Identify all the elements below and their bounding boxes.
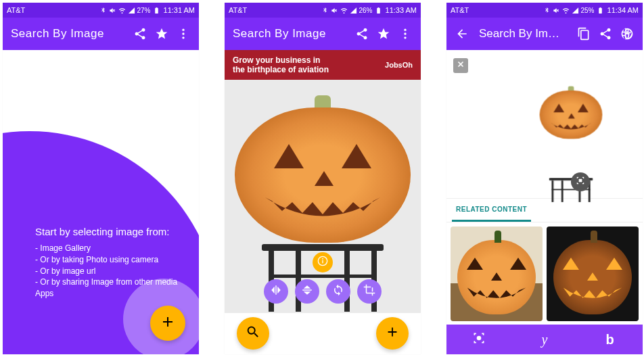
app-bar: Search By Image xyxy=(3,18,199,50)
lens-icon xyxy=(576,176,585,188)
battery-icon xyxy=(375,7,382,14)
clock-time: 11:34 AM xyxy=(607,6,639,14)
clock-time: 11:33 AM xyxy=(386,6,417,14)
visual-search-button[interactable] xyxy=(571,172,590,191)
search-icon xyxy=(246,325,260,342)
signal-icon xyxy=(572,7,579,14)
bluetooth-icon xyxy=(543,7,551,14)
app-bar: Search By Image xyxy=(225,18,421,50)
screen-1-empty-state: AT&T 27% 11:31 AM Search By Image Start … xyxy=(3,3,199,354)
info-button[interactable] xyxy=(313,252,333,272)
camera-icon xyxy=(472,331,486,348)
carrier-label: AT&T xyxy=(229,6,247,14)
flip-vertical-icon xyxy=(301,284,313,299)
svg-point-2 xyxy=(182,37,184,39)
share-icon[interactable] xyxy=(133,26,147,41)
add-image-fab[interactable] xyxy=(376,317,409,350)
screen-2-image-editor: AT&T 26% 11:33 AM Search By Image Grow y… xyxy=(225,3,421,354)
rotate-icon xyxy=(332,284,344,299)
svg-point-4 xyxy=(404,32,406,34)
battery-percent: 26% xyxy=(359,7,373,14)
close-icon xyxy=(456,60,465,72)
query-image-area xyxy=(446,50,643,199)
ad-line-1: Grow your business in xyxy=(233,55,329,65)
star-icon[interactable] xyxy=(154,26,169,41)
app-bar: Search By Im… xyxy=(446,18,643,50)
carrier-label: AT&T xyxy=(451,6,469,14)
search-fab[interactable] xyxy=(237,317,269,350)
bluetooth-icon xyxy=(321,7,329,14)
tab-google-lens[interactable] xyxy=(446,325,512,354)
copy-icon[interactable] xyxy=(576,26,591,41)
tab-related-content[interactable]: RELATED CONTENT xyxy=(452,199,531,222)
status-bar: AT&T 26% 11:33 AM xyxy=(225,3,421,18)
carrier-label: AT&T xyxy=(7,6,25,14)
globe-icon[interactable] xyxy=(620,26,635,41)
intro-item: - Or by image url xyxy=(35,266,185,277)
share-icon[interactable] xyxy=(598,26,613,41)
svg-point-8 xyxy=(322,258,323,260)
info-icon xyxy=(317,256,328,269)
signal-icon xyxy=(350,7,357,14)
battery-icon xyxy=(597,7,604,14)
status-bar: AT&T 25% 11:34 AM xyxy=(446,3,643,18)
ad-banner[interactable]: Grow your business in the birthplace of … xyxy=(225,50,421,80)
svg-point-0 xyxy=(182,29,184,31)
battery-percent: 27% xyxy=(137,7,151,14)
intro-heading: Start by selecting image from: xyxy=(35,226,185,237)
clock-time: 11:31 AM xyxy=(164,6,195,14)
signal-icon xyxy=(128,7,135,14)
app-title: Search By Image xyxy=(233,27,348,41)
result-item[interactable] xyxy=(547,227,639,321)
star-icon[interactable] xyxy=(376,26,391,41)
back-button[interactable] xyxy=(455,26,469,41)
flip-horizontal-button[interactable] xyxy=(264,279,288,304)
status-bar: AT&T 27% 11:31 AM xyxy=(3,3,199,18)
rotate-button[interactable] xyxy=(326,279,350,304)
image-preview xyxy=(225,80,421,313)
ad-line-2: the birthplace of aviation xyxy=(233,65,329,74)
edit-toolbar xyxy=(264,279,382,304)
crop-button[interactable] xyxy=(357,279,382,304)
svg-point-3 xyxy=(404,29,406,31)
add-image-fab[interactable] xyxy=(150,306,185,341)
flip-horizontal-icon xyxy=(270,284,282,299)
intro-item: - Or by taking Photo using camera xyxy=(35,254,185,266)
screen-3-search-results: AT&T 25% 11:34 AM Search By Im… xyxy=(446,3,643,354)
tab-bing[interactable]: b xyxy=(577,325,643,354)
app-title: Search By Im… xyxy=(479,27,570,41)
overflow-menu-icon[interactable] xyxy=(176,26,191,41)
result-item[interactable] xyxy=(451,227,543,321)
svg-rect-7 xyxy=(322,260,323,264)
wifi-icon xyxy=(340,7,348,14)
results-tabs: RELATED CONTENT xyxy=(446,199,643,222)
mute-icon xyxy=(331,7,338,14)
overflow-menu-icon[interactable] xyxy=(398,26,413,41)
query-image xyxy=(514,87,576,162)
intro-item: - Image Gallery xyxy=(35,243,185,254)
svg-point-5 xyxy=(404,37,406,39)
mute-icon xyxy=(109,7,116,14)
bluetooth-icon xyxy=(99,7,107,14)
wifi-icon xyxy=(562,7,570,14)
battery-icon xyxy=(153,7,160,14)
flip-vertical-button[interactable] xyxy=(295,279,319,304)
pumpkin-image xyxy=(235,82,411,312)
mute-icon xyxy=(553,7,560,14)
plus-icon xyxy=(385,325,400,342)
plus-icon xyxy=(160,314,176,333)
share-icon[interactable] xyxy=(354,26,369,41)
svg-point-1 xyxy=(182,32,184,34)
search-engine-tabs: y b xyxy=(446,325,643,354)
tab-yandex[interactable]: y xyxy=(512,325,578,354)
wifi-icon xyxy=(118,7,126,14)
battery-percent: 25% xyxy=(581,7,595,14)
app-title: Search By Image xyxy=(11,27,126,41)
close-image-button[interactable] xyxy=(453,58,468,73)
results-grid xyxy=(446,222,643,325)
crop-icon xyxy=(363,284,375,299)
ad-logo: JobsOh xyxy=(385,61,413,69)
